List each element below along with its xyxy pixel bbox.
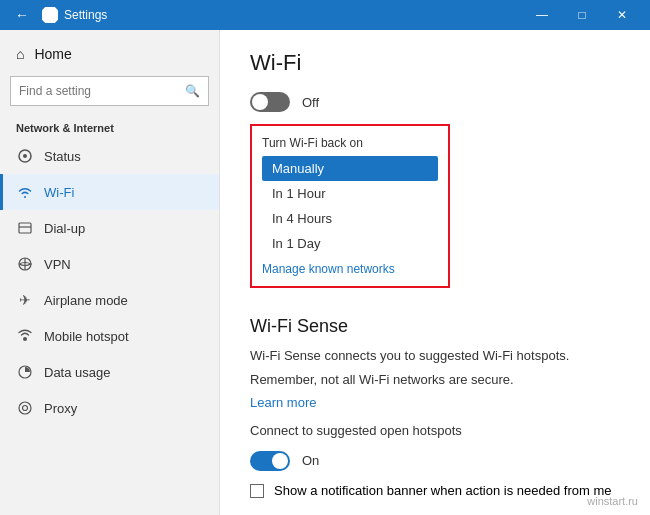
sidebar-item-proxy[interactable]: Proxy: [0, 390, 219, 426]
sidebar-item-label: Wi-Fi: [44, 185, 74, 200]
sidebar-item-dialup[interactable]: Dial-up: [0, 210, 219, 246]
sidebar-item-vpn[interactable]: VPN: [0, 246, 219, 282]
sidebar-item-label: Proxy: [44, 401, 77, 416]
dropdown-option-4hours[interactable]: In 4 Hours: [262, 206, 438, 231]
sidebar-item-datausage[interactable]: Data usage: [0, 354, 219, 390]
search-box[interactable]: 🔍: [10, 76, 209, 106]
mobile-hotspot-icon: [16, 327, 34, 345]
sidebar-item-label: VPN: [44, 257, 71, 272]
wifi-sense-title: Wi-Fi Sense: [250, 316, 620, 337]
home-label: Home: [34, 46, 71, 62]
window-controls: — □ ✕: [522, 0, 642, 30]
sidebar-item-home[interactable]: ⌂ Home: [0, 38, 219, 70]
data-usage-icon: [16, 363, 34, 381]
sidebar-item-airplane[interactable]: ✈ Airplane mode: [0, 282, 219, 318]
wifi-toggle-label: Off: [302, 95, 319, 110]
sidebar-item-label: Airplane mode: [44, 293, 128, 308]
connect-toggle[interactable]: [250, 451, 290, 471]
dropdown-options: Manually In 1 Hour In 4 Hours In 1 Day: [262, 156, 438, 256]
svg-point-1: [23, 154, 27, 158]
connect-label: Connect to suggested open hotspots: [250, 422, 462, 440]
sidebar-item-label: Dial-up: [44, 221, 85, 236]
settings-icon: [42, 7, 58, 23]
svg-point-8: [23, 406, 28, 411]
proxy-icon: [16, 399, 34, 417]
wifi-sense-text1: Wi-Fi Sense connects you to suggested Wi…: [250, 347, 620, 365]
notification-label: Show a notification banner when action i…: [274, 483, 611, 498]
page-title: Wi-Fi: [250, 50, 620, 76]
sidebar-item-label: Data usage: [44, 365, 111, 380]
vpn-icon: [16, 255, 34, 273]
status-icon: [16, 147, 34, 165]
app-body: ⌂ Home 🔍 Network & Internet Status Wi-Fi…: [0, 30, 650, 515]
watermark: winstart.ru: [587, 495, 638, 507]
connect-toggle-row: On: [250, 451, 620, 471]
wifi-sense-text2: Remember, not all Wi-Fi networks are sec…: [250, 371, 620, 389]
connect-hotspots-row: Connect to suggested open hotspots: [250, 422, 620, 440]
titlebar: ← Settings — □ ✕: [0, 0, 650, 30]
sidebar-item-wifi[interactable]: Wi-Fi: [0, 174, 219, 210]
close-button[interactable]: ✕: [602, 0, 642, 30]
svg-point-7: [19, 402, 31, 414]
svg-rect-2: [19, 223, 31, 233]
wifi-toggle[interactable]: [250, 92, 290, 112]
home-icon: ⌂: [16, 46, 24, 62]
search-input[interactable]: [19, 84, 185, 98]
sidebar: ⌂ Home 🔍 Network & Internet Status Wi-Fi…: [0, 30, 220, 515]
dropdown-option-1day[interactable]: In 1 Day: [262, 231, 438, 256]
sidebar-section-label: Network & Internet: [0, 112, 219, 138]
dropdown-option-manually[interactable]: Manually: [262, 156, 438, 181]
sidebar-item-status[interactable]: Status: [0, 138, 219, 174]
notification-row: Show a notification banner when action i…: [250, 483, 620, 498]
dialup-icon: [16, 219, 34, 237]
content-area: Wi-Fi Off Turn Wi-Fi back on Manually In…: [220, 30, 650, 515]
minimize-button[interactable]: —: [522, 0, 562, 30]
back-button[interactable]: ←: [8, 1, 36, 29]
sidebar-item-hotspot[interactable]: Mobile hotspot: [0, 318, 219, 354]
notification-checkbox[interactable]: [250, 484, 264, 498]
airplane-icon: ✈: [16, 291, 34, 309]
titlebar-title: Settings: [64, 8, 522, 22]
dropdown-option-1hour[interactable]: In 1 Hour: [262, 181, 438, 206]
sidebar-item-label: Mobile hotspot: [44, 329, 129, 344]
wifi-toggle-row: Off: [250, 92, 620, 112]
manage-networks-link[interactable]: Manage known networks: [262, 262, 438, 276]
hotspot-title: Hotspot 2.0 networks: [250, 512, 620, 515]
dropdown-panel-label: Turn Wi-Fi back on: [262, 136, 438, 150]
learn-more-link[interactable]: Learn more: [250, 395, 316, 410]
sidebar-item-label: Status: [44, 149, 81, 164]
wifi-icon: [16, 183, 34, 201]
connect-toggle-label: On: [302, 453, 319, 468]
turn-wifi-back-panel: Turn Wi-Fi back on Manually In 1 Hour In…: [250, 124, 450, 288]
maximize-button[interactable]: □: [562, 0, 602, 30]
search-icon: 🔍: [185, 84, 200, 98]
